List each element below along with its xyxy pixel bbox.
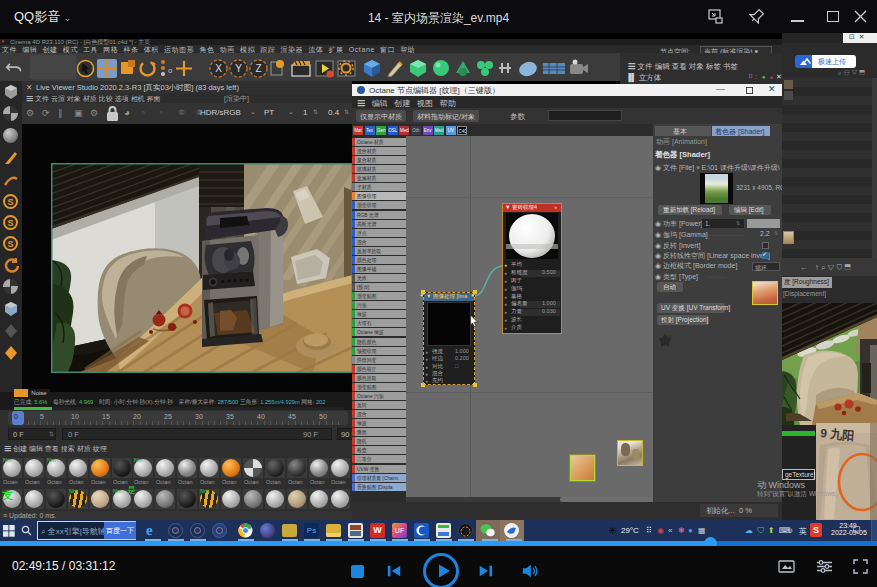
svg-text:9 九阳: 9 九阳 <box>820 426 855 443</box>
svg-text:X: X <box>215 63 222 74</box>
svg-text:Z: Z <box>255 63 261 74</box>
svg-text:MST: MST <box>668 335 673 339</box>
svg-text:Y: Y <box>235 63 242 74</box>
